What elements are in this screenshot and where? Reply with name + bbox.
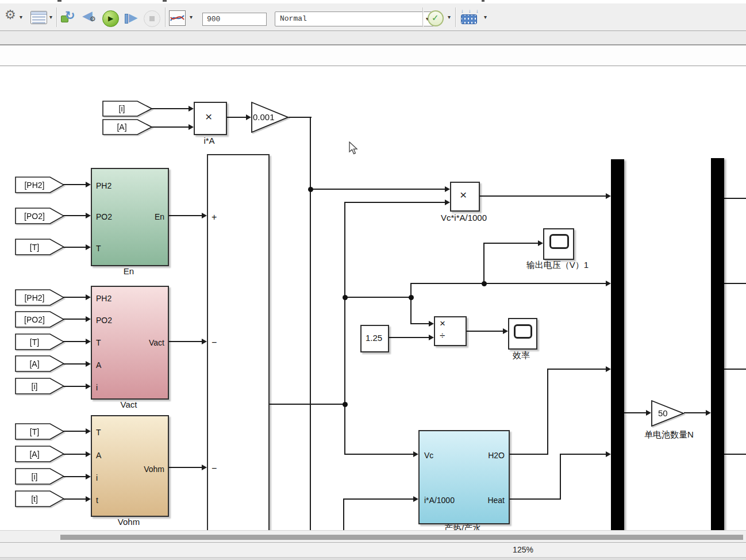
chevron-down-icon[interactable]: ▾ (49, 14, 52, 20)
deploy-to-hardware-icon[interactable]: ↓ ↓ ↓ (461, 9, 480, 24)
from-tag-T[interactable]: [T] (15, 333, 64, 350)
block-label: En (111, 266, 146, 276)
wire (63, 454, 86, 455)
arrowhead (413, 451, 418, 457)
from-tag-T[interactable]: [T] (15, 239, 64, 255)
model-settings-gear-icon[interactable]: ⚙ (5, 9, 16, 21)
arrowhead (413, 496, 418, 502)
wire (267, 404, 345, 405)
model-browser-icon[interactable] (30, 11, 47, 24)
wire (343, 498, 413, 500)
subsystem-heat-water[interactable]: Vc i*A/1000 H2O Heat (418, 430, 510, 524)
from-tag-A[interactable]: [A] (15, 355, 64, 372)
wire (412, 323, 429, 324)
from-tag-i[interactable]: [i] (15, 468, 64, 485)
simulation-mode-value: Normal (280, 14, 307, 23)
secondary-toolbar-empty (0, 31, 746, 45)
from-tag-i[interactable]: [i] (102, 101, 152, 117)
from-tag-PO2[interactable]: [PO2] (15, 311, 64, 328)
step-bar-glyph (125, 14, 128, 24)
scrollbar-thumb[interactable] (60, 535, 743, 540)
wire (343, 498, 344, 530)
stop-button[interactable] (144, 10, 160, 27)
constant-block-125[interactable]: 1.25 (360, 325, 389, 352)
wire (478, 195, 606, 197)
model-advisor-check-icon[interactable]: ✓ (428, 10, 444, 26)
wire (167, 467, 202, 468)
scope-block-efficiency[interactable] (508, 318, 537, 350)
from-tag-t[interactable]: [t] (15, 490, 64, 507)
step-forward-button[interactable]: ▶ (125, 10, 142, 26)
scope-block-voltage[interactable] (543, 228, 574, 260)
stop-time-input[interactable]: 900 (202, 13, 267, 26)
block-label: 单电池数量N (635, 429, 703, 440)
plus-sign: + (212, 212, 217, 223)
subsystem-Vact[interactable]: PH2 PO2 T A i Vact (91, 286, 169, 400)
arrowhead (429, 335, 434, 340)
wire (63, 215, 86, 216)
port-label: PH2 (96, 181, 111, 190)
minus-sign: − (212, 463, 217, 474)
wire (151, 126, 189, 128)
arrow-right-icon: ▶ (129, 10, 137, 24)
junction-dot (409, 295, 414, 300)
subsystem-Vohm[interactable]: T A i t Vohm (91, 415, 169, 517)
toolbar-separator (165, 7, 166, 27)
arrowhead (86, 213, 91, 218)
wire (344, 202, 345, 455)
from-tag-A[interactable]: [A] (102, 119, 152, 135)
wire (624, 412, 646, 413)
from-tag-PO2[interactable]: [PO2] (15, 208, 64, 224)
arrowhead (86, 294, 91, 300)
simulation-mode-dropdown[interactable]: Normal ▾ (275, 11, 434, 26)
wire (63, 363, 86, 365)
block-label: Vc*i*A/1000 (435, 213, 493, 223)
step-back-button[interactable]: ◀ ⚙ (82, 9, 93, 22)
wire (464, 331, 503, 332)
gain-block-N[interactable]: 50 (651, 400, 685, 427)
arrowhead (202, 339, 207, 344)
scope-screen (549, 234, 569, 249)
arrowhead (606, 366, 611, 372)
arrowhead (86, 182, 91, 187)
multiply-op: × (460, 188, 467, 202)
window-edge (0, 557, 746, 560)
product-block-VciA[interactable]: × (450, 182, 480, 212)
chevron-down-icon[interactable]: ▾ (20, 14, 22, 20)
update-model-icon[interactable]: ↻ (61, 10, 78, 25)
wire (63, 319, 86, 320)
port-label: Vohm (144, 465, 164, 474)
wire (289, 117, 312, 118)
from-tag-T[interactable]: [T] (15, 423, 64, 440)
from-tag-A[interactable]: [A] (15, 446, 64, 462)
mux-block[interactable] (611, 159, 624, 530)
svg-text:[T]: [T] (30, 243, 39, 252)
wire (724, 369, 746, 370)
hardware-board-icon (461, 14, 477, 24)
product-block-iA[interactable]: × (194, 102, 227, 135)
run-button[interactable]: ▶ (102, 10, 119, 27)
gain-block-0001[interactable]: 0.001 (251, 102, 289, 133)
wire (225, 117, 246, 118)
chevron-down-icon[interactable]: ▾ (190, 14, 193, 20)
arrowhead (86, 496, 91, 502)
demux-block[interactable] (711, 158, 724, 530)
wire (167, 215, 202, 216)
from-tag-i[interactable]: [i] (15, 378, 64, 394)
mouse-cursor (349, 141, 359, 155)
divide-op: ÷ (440, 330, 445, 342)
sum-block[interactable]: + − − (207, 154, 270, 532)
wire (345, 454, 413, 455)
wire (63, 386, 86, 387)
simulation-data-inspector-icon[interactable] (169, 10, 186, 26)
divide-block[interactable]: × ÷ (434, 316, 467, 346)
from-tag-PH2[interactable]: [PH2] (15, 289, 64, 306)
chevron-down-icon[interactable]: ▾ (484, 14, 487, 20)
subsystem-En[interactable]: PH2 PO2 T En (91, 168, 169, 266)
chevron-down-icon[interactable]: ▾ (448, 14, 451, 20)
horizontal-scrollbar[interactable] (0, 530, 746, 543)
arrowhead (445, 200, 450, 205)
multiply-op: × (205, 110, 212, 124)
arrowhead (202, 465, 207, 470)
from-tag-PH2[interactable]: [PH2] (15, 177, 64, 193)
